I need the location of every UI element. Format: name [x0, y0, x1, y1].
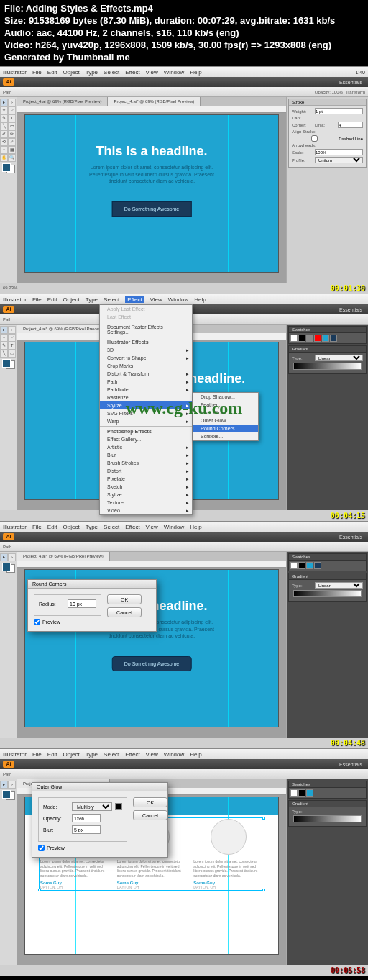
menu-item[interactable]: 3D — [100, 346, 192, 354]
menu-item[interactable]: Distort & Transform — [100, 370, 192, 378]
menu-item[interactable]: Crop Marks — [100, 362, 192, 370]
preview-checkbox[interactable] — [38, 845, 45, 851]
opacity-input[interactable] — [72, 814, 101, 822]
menu-item[interactable]: Distort — [100, 467, 192, 475]
menu-item-round-corners[interactable]: Round Corners... — [193, 425, 258, 432]
line-tool[interactable]: ╲ — [0, 122, 8, 130]
swatch-item[interactable] — [290, 335, 298, 342]
pen-tool[interactable]: ✎ — [0, 114, 8, 122]
doc-tab-1[interactable]: Project_4.ai @ 69% (RGB/Pixel Preview) — [17, 97, 108, 106]
menu-type[interactable]: Type — [86, 69, 98, 76]
menu-item[interactable]: Texture — [100, 499, 192, 507]
lasso-tool[interactable]: ⟋ — [8, 106, 16, 114]
menu-edit[interactable]: Edit — [47, 69, 58, 76]
menu-item[interactable]: Outer Glow... — [193, 417, 258, 425]
headline-text[interactable]: This is a headline. — [25, 144, 278, 159]
magic-wand-tool[interactable]: ✦ — [0, 106, 8, 114]
fill-stroke-swatch[interactable] — [2, 163, 15, 173]
rect-tool[interactable]: ▭ — [8, 122, 16, 130]
transform-link[interactable]: Transform — [346, 90, 365, 94]
menu-file[interactable]: File — [32, 69, 42, 76]
gradient-tool[interactable]: ▦ — [8, 146, 16, 154]
doc-tab-2[interactable]: Project_4.ai* @ 69% (RGB/Pixel Preview) — [108, 97, 201, 106]
menu-item[interactable]: Video — [100, 507, 192, 514]
stroke-tab[interactable]: Stroke — [289, 99, 366, 106]
brush-tool[interactable]: ✐ — [0, 130, 8, 138]
zoom-tool[interactable]: 🔍 — [8, 154, 16, 162]
limit-label: Limit: — [315, 123, 336, 127]
menu-item[interactable]: Scribble... — [193, 432, 258, 440]
weight-input[interactable] — [315, 108, 363, 114]
thumbnail-frame-4: Illustrator FileEditObjectTypeSelectEffe… — [0, 748, 368, 976]
menu-item[interactable]: Sketch — [100, 483, 192, 491]
workspace-switcher[interactable]: Essentials — [339, 80, 365, 85]
cta-button-object[interactable]: Do Something Awesome — [112, 201, 192, 217]
menu-effect-open[interactable]: Effect — [125, 296, 144, 303]
scale-label: Scale: — [292, 150, 313, 155]
limit-input[interactable] — [338, 122, 363, 128]
swatch-item[interactable] — [314, 335, 321, 342]
eyedropper-tool[interactable]: ⁃ — [0, 146, 8, 154]
swatch-item[interactable] — [322, 335, 329, 342]
scale-input[interactable] — [315, 149, 363, 155]
mode-label: Mode: — [43, 804, 69, 809]
pencil-tool[interactable]: ✏ — [8, 130, 16, 138]
radius-input[interactable] — [68, 599, 96, 608]
dialog-title: Outer Glow — [32, 783, 167, 791]
profile-select[interactable]: Uniform — [315, 157, 363, 163]
menu-item[interactable]: Pathfinder — [100, 386, 192, 394]
menu-item[interactable]: Stylize — [100, 491, 192, 499]
menu-item[interactable]: Effect Gallery... — [100, 435, 192, 443]
timestamp: 00:04:48 — [331, 739, 365, 747]
direct-select-tool[interactable]: ▹ — [8, 99, 16, 106]
cancel-button[interactable]: Cancel — [107, 607, 142, 617]
ok-button[interactable]: OK — [107, 594, 142, 604]
menu-item[interactable]: Path — [100, 378, 192, 386]
hand-tool[interactable]: ✋ — [0, 154, 8, 162]
ok-button[interactable]: OK — [133, 797, 167, 807]
color-swatch[interactable] — [115, 803, 122, 810]
menu-view[interactable]: View — [146, 69, 158, 76]
menu-window[interactable]: Window — [164, 69, 184, 76]
rotate-tool[interactable]: ⟲ — [0, 138, 8, 146]
swatches-panel: Swatches — [288, 326, 367, 344]
selection-label: Path — [3, 90, 12, 94]
type-tool[interactable]: T — [8, 114, 16, 122]
menu-item[interactable]: Brush Strokes — [100, 459, 192, 467]
canvas-area[interactable]: Project_4.ai @ 69% (RGB/Pixel Preview) P… — [17, 97, 286, 283]
right-panel-dock: Swatches Gradient Type:Linear — [286, 325, 368, 510]
menu-item[interactable]: Pixelate — [100, 475, 192, 483]
preview-label: Preview — [42, 620, 60, 625]
ai-app-bar: Ai Essentials — [0, 77, 368, 87]
outer-glow-dialog: Outer Glow Mode:Multiply Opacity: Blur: … — [32, 782, 168, 858]
menu-item: Last Effect — [100, 313, 192, 321]
thumbnail-frame-2: Illustrator File Edit Object Type Select… — [0, 294, 368, 521]
swatch-item[interactable] — [298, 335, 305, 342]
mac-menubar: Illustrator File Edit Object Type Select… — [0, 294, 368, 304]
menu-item[interactable]: Artistic — [100, 443, 192, 451]
menu-item[interactable]: Blur — [100, 451, 192, 459]
mode-select[interactable]: Multiply — [72, 802, 112, 811]
menu-item[interactable]: Document Raster Effects Settings... — [100, 323, 192, 336]
gradient-slider[interactable] — [293, 363, 362, 370]
swatch-item[interactable] — [306, 335, 313, 342]
tool-palette: ▸▹ ✦⟋ ✎T ╲▭ ✐✏ ⟲⤢ ⁃▦ ✋🔍 — [0, 97, 17, 283]
menu-effect[interactable]: Effect — [125, 69, 139, 76]
dashed-checkbox[interactable] — [292, 135, 337, 142]
scale-tool[interactable]: ⤢ — [8, 138, 16, 146]
artboard[interactable]: This is a headline. Lorem ipsum dolor si… — [24, 114, 279, 273]
menu-item[interactable]: Warp — [100, 417, 192, 425]
ruler-horizontal — [17, 106, 286, 113]
body-text[interactable]: Lorem ipsum dolor sit amet, consectetur … — [80, 164, 222, 183]
menu-item[interactable]: Convert to Shape — [100, 354, 192, 362]
menu-help[interactable]: Help — [190, 69, 201, 76]
preview-checkbox[interactable] — [34, 619, 40, 625]
blur-input[interactable] — [72, 825, 101, 834]
menu-object[interactable]: Object — [63, 69, 80, 76]
selection-tool[interactable]: ▸ — [0, 99, 8, 106]
menu-select[interactable]: Select — [104, 69, 119, 76]
cancel-button[interactable]: Cancel — [133, 810, 167, 820]
thumbnail-frame-3: Illustrator FileEditObjectTypeSelectEffe… — [0, 521, 368, 748]
gradient-type-select[interactable]: Linear — [315, 355, 363, 361]
swatch-item[interactable] — [330, 335, 337, 342]
